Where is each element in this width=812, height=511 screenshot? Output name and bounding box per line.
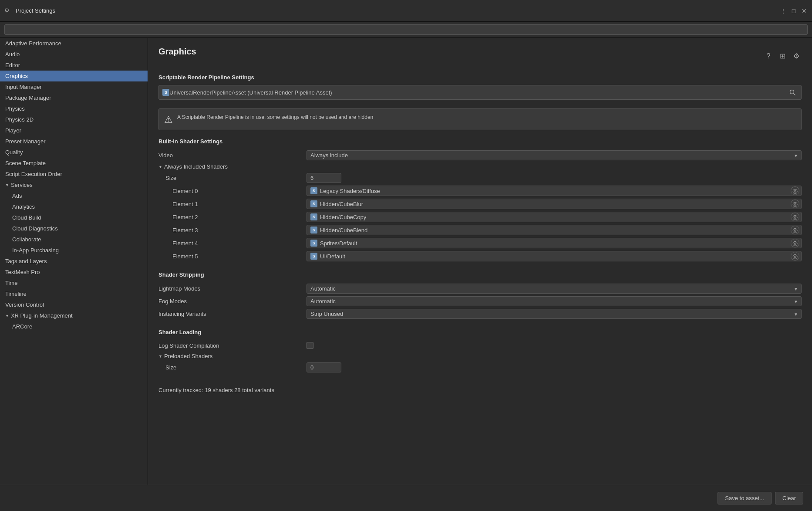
element-0-label: Element 0 — [158, 188, 307, 194]
element-row-2: Element 2 S Hidden/CubeCopy ◎ — [158, 210, 802, 223]
sidebar-item-tags-and-layers[interactable]: Tags and Layers — [0, 256, 148, 267]
sidebar-group-services[interactable]: ▼ Services — [0, 179, 148, 190]
log-shader-row: Log Shader Compilation — [158, 340, 802, 351]
builtin-shader-section: Built-in Shader Settings Video Always in… — [158, 138, 802, 263]
fog-dropdown-wrapper: Automatic ▼ — [307, 296, 802, 306]
element-5-text: UI/Default — [320, 253, 345, 260]
element-4-text: Sprites/Default — [320, 240, 357, 247]
layout-button[interactable]: ⊞ — [777, 51, 788, 61]
warning-text: A Scriptable Render Pipeline is in use, … — [177, 113, 373, 121]
element-row-5: Element 5 S UI/Default ◎ — [158, 250, 802, 263]
sidebar-item-timeline[interactable]: Timeline — [0, 288, 148, 299]
instancing-value: Strip Unused ▼ — [307, 309, 802, 319]
sidebar-item-physics-2d[interactable]: Physics 2D — [0, 114, 148, 125]
sidebar-item-quality[interactable]: Quality — [0, 147, 148, 158]
video-value: Always include ▼ — [307, 150, 802, 160]
instancing-dropdown[interactable]: Strip Unused — [307, 309, 802, 319]
sidebar-item-preset-manager[interactable]: Preset Manager — [0, 136, 148, 147]
video-dropdown[interactable]: Always include — [307, 150, 802, 160]
status-row: Currently tracked: 19 shaders 28 total v… — [158, 382, 802, 428]
element-3-text: Hidden/CubeBlend — [320, 227, 367, 234]
element-1-target-btn[interactable]: ◎ — [791, 200, 799, 208]
sidebar-item-analytics[interactable]: Analytics — [0, 201, 148, 212]
window-title: Project Settings — [16, 7, 780, 14]
element-3-value: S Hidden/CubeBlend ◎ — [307, 225, 802, 235]
sidebar-item-player[interactable]: Player — [0, 125, 148, 136]
lightmap-dropdown-wrapper: Automatic ▼ — [307, 284, 802, 294]
help-button[interactable]: ? — [763, 51, 774, 61]
sidebar-item-in-app-purchasing[interactable]: In-App Purchasing — [0, 245, 148, 256]
sidebar-item-input-manager[interactable]: Input Manager — [0, 81, 148, 92]
element-2-value: S Hidden/CubeCopy ◎ — [307, 212, 802, 222]
log-shader-value — [307, 342, 802, 349]
preloaded-size-label: Size — [158, 364, 307, 371]
element-4-target-btn[interactable]: ◎ — [791, 239, 799, 247]
lightmap-value: Automatic ▼ — [307, 284, 802, 294]
sidebar-item-adaptive-performance[interactable]: Adaptive Performance — [0, 38, 148, 49]
sidebar-item-script-execution-order[interactable]: Script Execution Order — [0, 169, 148, 179]
sidebar-item-cloud-diagnostics[interactable]: Cloud Diagnostics — [0, 223, 148, 234]
element-0-target-btn[interactable]: ◎ — [791, 186, 799, 195]
sidebar-item-scene-template[interactable]: Scene Template — [0, 158, 148, 169]
element-row-4: Element 4 S Sprites/Default ◎ — [158, 237, 802, 250]
always-included-header[interactable]: ▼ Always Included Shaders — [158, 162, 802, 172]
element-5-target-btn[interactable]: ◎ — [791, 252, 799, 261]
element-1-icon: S — [310, 200, 317, 207]
always-included-label: Always Included Shaders — [164, 163, 228, 170]
sidebar-item-package-manager[interactable]: Package Manager — [0, 92, 148, 103]
sidebar-item-physics[interactable]: Physics — [0, 103, 148, 114]
shader-loading-section: Shader Loading Log Shader Compilation ▼ … — [158, 329, 802, 374]
warning-box: ⚠ A Scriptable Render Pipeline is in use… — [158, 108, 802, 130]
element-4-icon: S — [310, 240, 317, 247]
save-to-asset-button[interactable]: Save to asset... — [718, 492, 772, 504]
menu-button[interactable]: ⋮ — [780, 7, 787, 14]
element-2-target-btn[interactable]: ◎ — [791, 213, 799, 221]
always-included-arrow: ▼ — [158, 165, 162, 169]
sidebar-group-xr[interactable]: ▼ XR Plug-in Management — [0, 310, 148, 321]
element-2-text: Hidden/CubeCopy — [320, 214, 366, 220]
preloaded-arrow: ▼ — [158, 354, 162, 359]
element-1-label: Element 1 — [158, 201, 307, 207]
window-controls: ⋮ □ ✕ — [780, 7, 808, 14]
lightmap-dropdown[interactable]: Automatic — [307, 284, 802, 294]
maximize-button[interactable]: □ — [790, 7, 797, 14]
instancing-label: Instancing Variants — [158, 311, 307, 317]
settings-icon-button[interactable]: ⚙ — [791, 51, 802, 61]
preloaded-shaders-header[interactable]: ▼ Preloaded Shaders — [158, 351, 802, 361]
sidebar-item-xr-label: XR Plug-in Management — [11, 312, 73, 319]
sidebar-item-time[interactable]: Time — [0, 277, 148, 288]
fog-dropdown[interactable]: Automatic — [307, 296, 802, 306]
sidebar: Adaptive Performance Audio Editor Graphi… — [0, 38, 148, 511]
element-2-icon: S — [310, 213, 317, 220]
sidebar-item-cloud-build[interactable]: Cloud Build — [0, 212, 148, 223]
element-1-value: S Hidden/CubeBlur ◎ — [307, 199, 802, 209]
element-3-target-btn[interactable]: ◎ — [791, 226, 799, 234]
svg-line-1 — [794, 94, 795, 95]
size-input[interactable] — [307, 173, 341, 183]
sidebar-item-audio[interactable]: Audio — [0, 49, 148, 60]
log-shader-checkbox[interactable] — [307, 342, 313, 349]
sidebar-item-ads[interactable]: Ads — [0, 190, 148, 201]
size-row: Size — [158, 172, 802, 184]
search-input[interactable] — [4, 24, 808, 35]
fog-label: Fog Modes — [158, 298, 307, 305]
sidebar-item-editor[interactable]: Editor — [0, 60, 148, 71]
sidebar-item-version-control[interactable]: Version Control — [0, 299, 148, 310]
element-3-icon: S — [310, 227, 317, 234]
lightmap-row: Lightmap Modes Automatic ▼ — [158, 282, 802, 295]
log-shader-label: Log Shader Compilation — [158, 342, 307, 349]
shader-stripping-section: Shader Stripping Lightmap Modes Automati… — [158, 271, 802, 320]
sidebar-item-textmesh-pro[interactable]: TextMesh Pro — [0, 267, 148, 277]
xr-arrow: ▼ — [5, 314, 9, 318]
pipeline-search-button[interactable] — [787, 87, 798, 98]
sidebar-item-graphics[interactable]: Graphics — [0, 71, 148, 81]
sidebar-item-collaborate[interactable]: Collaborate — [0, 234, 148, 245]
element-0-text: Legacy Shaders/Diffuse — [320, 188, 380, 194]
element-5-value: S UI/Default ◎ — [307, 251, 802, 261]
element-row-1: Element 1 S Hidden/CubeBlur ◎ — [158, 197, 802, 210]
sidebar-item-arcore[interactable]: ARCore — [0, 321, 148, 332]
builtin-shader-title: Built-in Shader Settings — [158, 138, 802, 145]
clear-button[interactable]: Clear — [775, 492, 803, 504]
close-button[interactable]: ✕ — [801, 7, 808, 14]
preloaded-size-input[interactable] — [307, 362, 341, 372]
